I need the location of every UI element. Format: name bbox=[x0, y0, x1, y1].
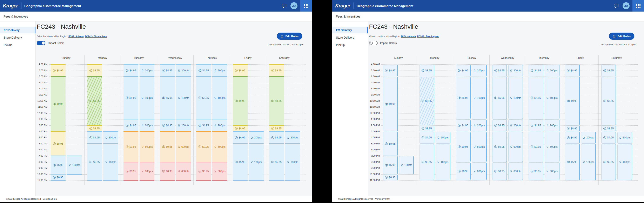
fee-block-wednesday[interactable]: $$5.95 bbox=[160, 76, 175, 120]
fee-block-thursday[interactable]: $$0.95 bbox=[528, 162, 544, 180]
fee-block-thursday[interactable]: $$0.95 bbox=[528, 132, 544, 162]
points-block-tuesday[interactable]: 100pts bbox=[140, 76, 154, 120]
points-block-saturday[interactable]: 100pts bbox=[618, 144, 632, 180]
points-block-wednesday[interactable]: 100pts bbox=[176, 76, 191, 120]
fee-block-friday[interactable]: $$4.95 bbox=[565, 132, 580, 144]
fee-block-tuesday[interactable]: $$0.95 bbox=[456, 132, 471, 162]
fee-block-sunday[interactable]: $$9.95 bbox=[383, 77, 398, 131]
fee-block-saturday[interactable]: $$9.95 bbox=[601, 77, 616, 125]
fee-block-saturday[interactable]: $$5.95 bbox=[601, 144, 616, 180]
points-block-monday[interactable]: 100pts bbox=[103, 143, 118, 181]
fee-block-monday[interactable]: $$8.95 bbox=[87, 125, 102, 132]
fee-block-monday[interactable]: $$5.95 bbox=[87, 143, 102, 181]
points-block-saturday[interactable]: 100pts bbox=[285, 143, 300, 181]
fee-block-saturday[interactable]: $$8.95 bbox=[269, 125, 284, 132]
points-block-thursday[interactable]: 100pts bbox=[545, 77, 560, 119]
points-block-wednesday[interactable]: 600pts bbox=[176, 162, 191, 181]
points-block-thursday[interactable]: 600pts bbox=[212, 131, 227, 162]
fee-block-wednesday[interactable]: $$0.95 bbox=[492, 162, 507, 180]
points-block-thursday[interactable]: 200pts bbox=[212, 64, 227, 77]
fee-block-tuesday[interactable]: $$0.95 bbox=[456, 162, 471, 180]
points-block-friday[interactable]: 100pts bbox=[581, 144, 596, 180]
fee-block-monday[interactable]: $$8.95 bbox=[87, 64, 102, 77]
fee-block-friday[interactable]: $$8.95 bbox=[565, 126, 580, 131]
fee-block-sunday[interactable]: $$9.95 bbox=[51, 76, 66, 132]
fee-block-sunday[interactable]: $$8.95 bbox=[51, 131, 66, 156]
points-block-thursday[interactable]: 200pts bbox=[212, 119, 227, 132]
points-block-monday[interactable]: 100pts bbox=[436, 144, 450, 180]
fee-block-monday[interactable]: $$5.95 bbox=[420, 144, 434, 180]
fee-block-monday[interactable]: $$4.95 bbox=[87, 131, 102, 144]
fee-block-saturday[interactable]: $$4.95 bbox=[601, 132, 616, 144]
points-block-saturday[interactable]: 200pts bbox=[285, 131, 300, 144]
points-block-tuesday[interactable]: 600pts bbox=[472, 162, 487, 180]
points-block-thursday[interactable]: 600pts bbox=[212, 162, 227, 181]
fee-block-saturday[interactable]: $$8.95 bbox=[601, 126, 616, 131]
points-block-friday[interactable]: 200pts bbox=[249, 131, 264, 144]
fee-block-sunday[interactable]: $$6.95 bbox=[51, 174, 66, 181]
fee-block-friday[interactable]: $$4.95 bbox=[233, 131, 248, 144]
fee-block-wednesday[interactable]: $$4.95 bbox=[492, 119, 507, 131]
fee-block-friday[interactable]: $$5.95 bbox=[565, 144, 580, 180]
fee-block-saturday[interactable]: $$9.95 bbox=[269, 76, 284, 126]
points-block-monday[interactable]: 200pts bbox=[436, 132, 450, 144]
points-block-thursday[interactable]: 100pts bbox=[212, 76, 227, 120]
fee-block-monday[interactable]: $$8.95 bbox=[420, 126, 434, 131]
fee-block-wednesday[interactable]: $$0.95 bbox=[160, 162, 175, 181]
points-block-monday[interactable]: 200pts bbox=[103, 131, 118, 144]
points-block-wednesday[interactable]: 600pts bbox=[508, 162, 523, 180]
fee-block-friday[interactable]: $$9.95 bbox=[233, 76, 248, 126]
fee-block-tuesday[interactable]: $$4.95 bbox=[456, 119, 471, 131]
points-block-tuesday[interactable]: 200pts bbox=[140, 64, 154, 77]
fee-block-tuesday[interactable]: $$4.95 bbox=[456, 65, 471, 76]
fee-block-thursday[interactable]: $$5.95 bbox=[528, 77, 544, 119]
points-block-tuesday[interactable]: 100pts bbox=[472, 77, 487, 119]
points-block-thursday[interactable]: 600pts bbox=[545, 132, 560, 162]
fee-block-tuesday[interactable]: $$5.95 bbox=[456, 77, 471, 119]
points-block-wednesday[interactable]: 600pts bbox=[176, 131, 191, 162]
points-block-thursday[interactable]: 600pts bbox=[545, 162, 560, 180]
points-block-tuesday[interactable]: 600pts bbox=[140, 131, 154, 162]
points-block-friday[interactable]: 200pts bbox=[581, 132, 596, 144]
fee-block-monday[interactable]: $$8.95 bbox=[420, 65, 434, 76]
fee-block-monday[interactable]: $$9.95 bbox=[87, 76, 102, 126]
fee-block-wednesday[interactable]: $$4.95 bbox=[160, 119, 175, 132]
fee-block-thursday[interactable]: $$4.95 bbox=[528, 119, 544, 131]
fee-block-sunday[interactable]: $$6.95 bbox=[383, 174, 398, 180]
fee-block-sunday[interactable]: $$8.95 bbox=[383, 65, 398, 76]
points-block-tuesday[interactable]: 600pts bbox=[472, 132, 487, 162]
points-block-wednesday[interactable]: 200pts bbox=[176, 64, 191, 77]
fee-block-wednesday[interactable]: $$4.95 bbox=[492, 65, 507, 76]
points-block-wednesday[interactable]: 200pts bbox=[508, 65, 523, 76]
fee-block-wednesday[interactable]: $$4.95 bbox=[160, 64, 175, 77]
fee-block-friday[interactable]: $$5.95 bbox=[233, 143, 248, 181]
fee-block-friday[interactable]: $$9.95 bbox=[565, 77, 580, 125]
points-block-wednesday[interactable]: 100pts bbox=[508, 77, 523, 119]
fee-block-tuesday[interactable]: $$0.95 bbox=[124, 131, 138, 162]
fee-block-friday[interactable]: $$8.95 bbox=[565, 65, 580, 76]
fee-block-tuesday[interactable]: $$0.95 bbox=[124, 162, 138, 181]
fee-block-saturday[interactable]: $$5.95 bbox=[269, 143, 284, 181]
points-block-tuesday[interactable]: 200pts bbox=[472, 119, 487, 131]
fee-block-thursday[interactable]: $$0.95 bbox=[196, 131, 211, 162]
fee-block-friday[interactable]: $$8.95 bbox=[233, 64, 248, 77]
points-block-thursday[interactable]: 200pts bbox=[545, 65, 560, 76]
fee-block-tuesday[interactable]: $$5.95 bbox=[124, 76, 138, 120]
points-block-wednesday[interactable]: 200pts bbox=[508, 119, 523, 131]
fee-block-friday[interactable]: $$8.95 bbox=[233, 125, 248, 132]
fee-block-monday[interactable]: $$4.95 bbox=[420, 132, 434, 144]
points-block-friday[interactable]: 100pts bbox=[249, 143, 264, 181]
fee-block-wednesday[interactable]: $$5.95 bbox=[492, 77, 507, 119]
fee-block-sunday[interactable]: $$8.95 bbox=[383, 132, 398, 156]
points-block-wednesday[interactable]: 600pts bbox=[508, 132, 523, 162]
points-block-sunday[interactable]: 100pts bbox=[67, 155, 82, 175]
points-block-thursday[interactable]: 200pts bbox=[545, 119, 560, 131]
fee-block-saturday[interactable]: $$8.95 bbox=[601, 65, 616, 76]
fee-block-tuesday[interactable]: $$4.95 bbox=[124, 64, 138, 77]
fee-block-sunday[interactable]: $$8.95 bbox=[51, 64, 66, 77]
points-block-tuesday[interactable]: 200pts bbox=[472, 65, 487, 76]
points-block-tuesday[interactable]: 200pts bbox=[140, 119, 154, 132]
points-block-tuesday[interactable]: 600pts bbox=[140, 162, 154, 181]
fee-block-wednesday[interactable]: $$0.95 bbox=[160, 131, 175, 162]
fee-block-thursday[interactable]: $$5.95 bbox=[196, 76, 211, 120]
